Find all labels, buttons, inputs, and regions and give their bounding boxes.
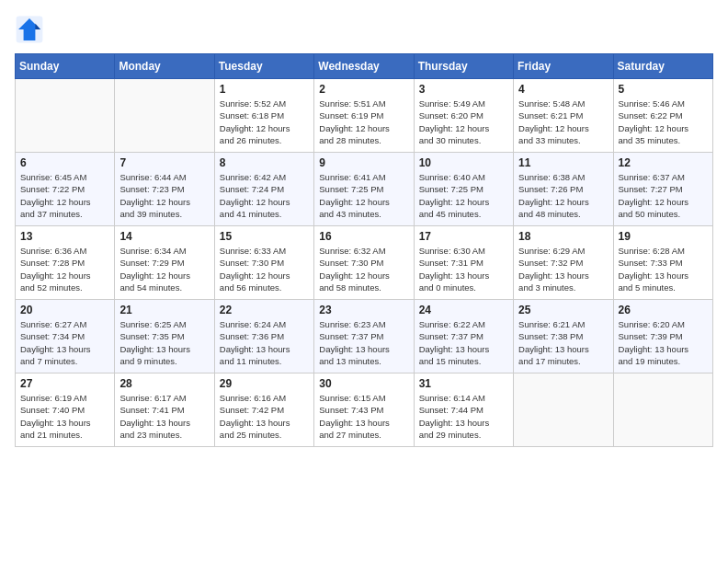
week-row-2: 6Sunrise: 6:45 AM Sunset: 7:22 PM Daylig… <box>16 153 713 226</box>
day-number: 13 <box>20 230 109 243</box>
day-number: 21 <box>119 304 209 316</box>
calendar-cell: 10Sunrise: 6:40 AM Sunset: 7:25 PM Dayli… <box>414 153 513 226</box>
calendar-cell: 4Sunrise: 5:48 AM Sunset: 6:21 PM Daylig… <box>514 79 613 153</box>
calendar-cell: 22Sunrise: 6:24 AM Sunset: 7:36 PM Dayli… <box>214 300 313 373</box>
header-cell-sunday: Sunday <box>16 54 115 79</box>
day-number: 30 <box>319 377 408 390</box>
calendar-cell: 13Sunrise: 6:36 AM Sunset: 7:28 PM Dayli… <box>16 226 115 300</box>
calendar-cell: 25Sunrise: 6:21 AM Sunset: 7:38 PM Dayli… <box>514 300 613 373</box>
calendar-cell: 11Sunrise: 6:38 AM Sunset: 7:26 PM Dayli… <box>514 153 613 226</box>
day-number: 28 <box>119 377 209 390</box>
cell-info: Sunrise: 6:19 AM Sunset: 7:40 PM Dayligh… <box>20 392 109 441</box>
week-row-1: 1Sunrise: 5:52 AM Sunset: 6:18 PM Daylig… <box>16 79 713 153</box>
header-cell-saturday: Saturday <box>613 54 712 79</box>
cell-info: Sunrise: 6:41 AM Sunset: 7:25 PM Dayligh… <box>319 171 408 220</box>
calendar-cell <box>613 373 712 447</box>
day-number: 31 <box>419 377 508 390</box>
calendar-cell: 2Sunrise: 5:51 AM Sunset: 6:19 PM Daylig… <box>314 79 414 153</box>
day-number: 23 <box>319 304 408 316</box>
day-number: 2 <box>319 83 408 96</box>
cell-info: Sunrise: 6:29 AM Sunset: 7:32 PM Dayligh… <box>518 245 608 293</box>
cell-info: Sunrise: 6:23 AM Sunset: 7:37 PM Dayligh… <box>319 318 408 367</box>
cell-info: Sunrise: 6:20 AM Sunset: 7:39 PM Dayligh… <box>619 318 708 367</box>
day-number: 27 <box>20 377 109 390</box>
calendar-cell: 28Sunrise: 6:17 AM Sunset: 7:41 PM Dayli… <box>115 373 214 447</box>
cell-info: Sunrise: 6:14 AM Sunset: 7:44 PM Dayligh… <box>419 392 508 441</box>
day-number: 20 <box>20 304 109 316</box>
cell-info: Sunrise: 6:30 AM Sunset: 7:31 PM Dayligh… <box>419 245 508 293</box>
header-cell-monday: Monday <box>115 54 214 79</box>
day-number: 5 <box>619 83 708 96</box>
day-number: 18 <box>518 230 608 243</box>
day-number: 22 <box>220 304 309 316</box>
week-row-3: 13Sunrise: 6:36 AM Sunset: 7:28 PM Dayli… <box>16 226 713 300</box>
week-row-4: 20Sunrise: 6:27 AM Sunset: 7:34 PM Dayli… <box>16 300 713 373</box>
calendar-cell: 12Sunrise: 6:37 AM Sunset: 7:27 PM Dayli… <box>613 153 712 226</box>
day-number: 19 <box>619 230 708 243</box>
calendar-cell: 19Sunrise: 6:28 AM Sunset: 7:33 PM Dayli… <box>613 226 712 300</box>
cell-info: Sunrise: 6:42 AM Sunset: 7:24 PM Dayligh… <box>220 171 309 220</box>
cell-info: Sunrise: 6:36 AM Sunset: 7:28 PM Dayligh… <box>20 245 109 293</box>
calendar-cell: 16Sunrise: 6:32 AM Sunset: 7:30 PM Dayli… <box>314 226 414 300</box>
cell-info: Sunrise: 5:48 AM Sunset: 6:21 PM Dayligh… <box>518 98 608 146</box>
day-number: 1 <box>220 83 309 96</box>
calendar-table: SundayMondayTuesdayWednesdayThursdayFrid… <box>15 53 713 447</box>
page-header <box>15 15 713 44</box>
calendar-cell: 21Sunrise: 6:25 AM Sunset: 7:35 PM Dayli… <box>115 300 214 373</box>
calendar-cell: 29Sunrise: 6:16 AM Sunset: 7:42 PM Dayli… <box>214 373 313 447</box>
cell-info: Sunrise: 6:27 AM Sunset: 7:34 PM Dayligh… <box>20 318 109 367</box>
calendar-cell <box>16 79 115 153</box>
header-row: SundayMondayTuesdayWednesdayThursdayFrid… <box>16 54 713 79</box>
day-number: 8 <box>220 156 309 169</box>
header-cell-tuesday: Tuesday <box>214 54 313 79</box>
calendar-cell: 31Sunrise: 6:14 AM Sunset: 7:44 PM Dayli… <box>414 373 513 447</box>
day-number: 26 <box>619 304 708 316</box>
cell-info: Sunrise: 6:37 AM Sunset: 7:27 PM Dayligh… <box>619 171 708 220</box>
calendar-cell: 5Sunrise: 5:46 AM Sunset: 6:22 PM Daylig… <box>613 79 712 153</box>
cell-info: Sunrise: 5:49 AM Sunset: 6:20 PM Dayligh… <box>419 98 508 146</box>
cell-info: Sunrise: 6:21 AM Sunset: 7:38 PM Dayligh… <box>518 318 608 367</box>
cell-info: Sunrise: 6:17 AM Sunset: 7:41 PM Dayligh… <box>119 392 209 441</box>
cell-info: Sunrise: 6:38 AM Sunset: 7:26 PM Dayligh… <box>518 171 608 220</box>
header-cell-thursday: Thursday <box>414 54 513 79</box>
day-number: 16 <box>319 230 408 243</box>
calendar-cell: 23Sunrise: 6:23 AM Sunset: 7:37 PM Dayli… <box>314 300 414 373</box>
cell-info: Sunrise: 5:52 AM Sunset: 6:18 PM Dayligh… <box>220 98 309 146</box>
cell-info: Sunrise: 5:46 AM Sunset: 6:22 PM Dayligh… <box>619 98 708 146</box>
cell-info: Sunrise: 6:33 AM Sunset: 7:30 PM Dayligh… <box>220 245 309 293</box>
calendar-cell <box>115 79 214 153</box>
day-number: 25 <box>518 304 608 316</box>
calendar-cell: 3Sunrise: 5:49 AM Sunset: 6:20 PM Daylig… <box>414 79 513 153</box>
day-number: 12 <box>619 156 708 169</box>
day-number: 24 <box>419 304 508 316</box>
day-number: 4 <box>518 83 608 96</box>
calendar-body: 1Sunrise: 5:52 AM Sunset: 6:18 PM Daylig… <box>16 79 713 447</box>
calendar-header: SundayMondayTuesdayWednesdayThursdayFrid… <box>16 54 713 79</box>
day-number: 7 <box>119 156 209 169</box>
header-cell-wednesday: Wednesday <box>314 54 414 79</box>
calendar-cell: 30Sunrise: 6:15 AM Sunset: 7:43 PM Dayli… <box>314 373 414 447</box>
calendar-cell: 27Sunrise: 6:19 AM Sunset: 7:40 PM Dayli… <box>16 373 115 447</box>
day-number: 11 <box>518 156 608 169</box>
cell-info: Sunrise: 6:25 AM Sunset: 7:35 PM Dayligh… <box>119 318 209 367</box>
cell-info: Sunrise: 6:34 AM Sunset: 7:29 PM Dayligh… <box>119 245 209 293</box>
week-row-5: 27Sunrise: 6:19 AM Sunset: 7:40 PM Dayli… <box>16 373 713 447</box>
cell-info: Sunrise: 6:44 AM Sunset: 7:23 PM Dayligh… <box>119 171 209 220</box>
cell-info: Sunrise: 6:32 AM Sunset: 7:30 PM Dayligh… <box>319 245 408 293</box>
cell-info: Sunrise: 6:45 AM Sunset: 7:22 PM Dayligh… <box>20 171 109 220</box>
day-number: 29 <box>220 377 309 390</box>
day-number: 6 <box>20 156 109 169</box>
header-cell-friday: Friday <box>514 54 613 79</box>
cell-info: Sunrise: 6:22 AM Sunset: 7:37 PM Dayligh… <box>419 318 508 367</box>
calendar-cell: 18Sunrise: 6:29 AM Sunset: 7:32 PM Dayli… <box>514 226 613 300</box>
cell-info: Sunrise: 5:51 AM Sunset: 6:19 PM Dayligh… <box>319 98 408 146</box>
day-number: 17 <box>419 230 508 243</box>
calendar-cell: 20Sunrise: 6:27 AM Sunset: 7:34 PM Dayli… <box>16 300 115 373</box>
day-number: 9 <box>319 156 408 169</box>
day-number: 15 <box>220 230 309 243</box>
logo-icon <box>15 15 44 44</box>
cell-info: Sunrise: 6:24 AM Sunset: 7:36 PM Dayligh… <box>220 318 309 367</box>
calendar-cell: 9Sunrise: 6:41 AM Sunset: 7:25 PM Daylig… <box>314 153 414 226</box>
calendar-cell: 26Sunrise: 6:20 AM Sunset: 7:39 PM Dayli… <box>613 300 712 373</box>
calendar-cell: 14Sunrise: 6:34 AM Sunset: 7:29 PM Dayli… <box>115 226 214 300</box>
